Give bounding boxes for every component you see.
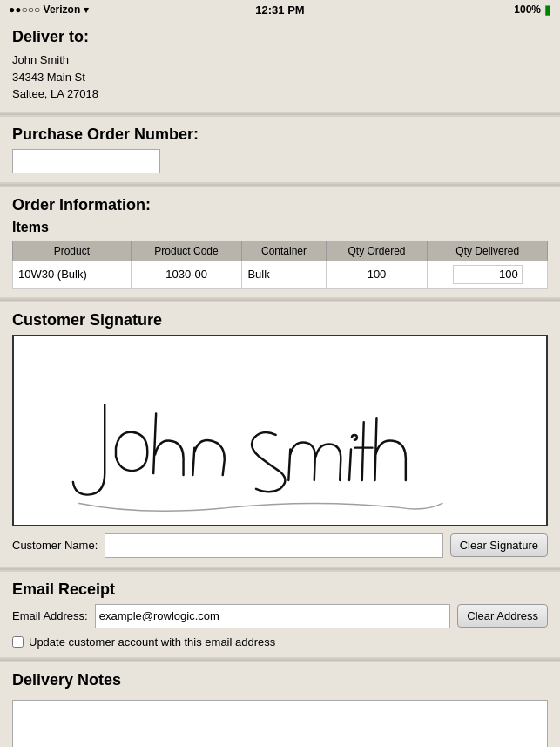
deliver-to-address1: 34343 Main St (12, 69, 548, 86)
wifi-icon: ▾ (84, 4, 89, 16)
col-qty-delivered: Qty Delivered (428, 241, 548, 261)
status-carrier: ●●○○○ Verizon ▾ (9, 3, 89, 16)
customer-signature-title: Customer Signature (12, 311, 548, 329)
status-battery: 100% ▮ (514, 3, 551, 17)
update-account-label: Update customer account with this email … (29, 635, 275, 649)
signature-svg (14, 336, 546, 525)
battery-text: 100% (514, 3, 541, 16)
table-row: 10W30 (Bulk) 1030-00 Bulk 100 (13, 261, 548, 288)
cell-product-code: 1030-00 (131, 261, 242, 288)
qty-delivered-input[interactable] (453, 265, 523, 284)
col-product-code: Product Code (131, 241, 242, 261)
col-container: Container (242, 241, 326, 261)
carrier-text: ●●○○○ Verizon (9, 3, 80, 16)
order-information-title: Order Information: (12, 196, 548, 214)
table-header-row: Product Product Code Container Qty Order… (13, 241, 548, 261)
cell-container: Bulk (242, 261, 326, 288)
deliver-to-section: Deliver to: John Smith 34343 Main St Sal… (0, 19, 560, 112)
purchase-order-section: Purchase Order Number: (0, 117, 560, 182)
email-receipt-section: Email Receipt Email Address: Clear Addre… (0, 572, 560, 657)
items-label: Items (12, 220, 548, 235)
email-row: Email Address: Clear Address (12, 604, 548, 628)
status-bar: ●●○○○ Verizon ▾ 12:31 PM 100% ▮ (0, 0, 560, 19)
update-account-checkbox[interactable] (12, 636, 24, 648)
cell-qty-ordered: 100 (326, 261, 428, 288)
email-label: Email Address: (12, 609, 88, 622)
purchase-order-input[interactable] (12, 149, 160, 173)
col-product: Product (13, 241, 132, 261)
customer-signature-section: Customer Signature (0, 302, 560, 567)
delivery-notes-title: Delivery Notes (12, 671, 548, 689)
clear-address-button[interactable]: Clear Address (457, 604, 548, 628)
deliver-to-title: Deliver to: (12, 28, 548, 46)
customer-name-input[interactable] (105, 533, 442, 558)
col-qty-ordered: Qty Ordered (326, 241, 428, 261)
status-time: 12:31 PM (255, 3, 304, 17)
purchase-order-title: Purchase Order Number: (12, 126, 548, 144)
email-input[interactable] (95, 604, 451, 628)
cell-product: 10W30 (Bulk) (13, 261, 132, 288)
delivery-notes-input[interactable] (12, 700, 548, 748)
deliver-to-address2: Saltee, LA 27018 (12, 85, 548, 103)
items-table: Product Product Code Container Qty Order… (12, 241, 548, 289)
clear-signature-button[interactable]: Clear Signature (450, 533, 548, 557)
order-information-section: Order Information: Items Product Product… (0, 187, 560, 297)
battery-icon: ▮ (544, 3, 551, 17)
delivery-notes-section: Delivery Notes (0, 662, 560, 748)
customer-name-label: Customer Name: (12, 539, 98, 552)
deliver-to-name: John Smith (12, 51, 548, 69)
signature-canvas[interactable] (12, 335, 548, 526)
cell-qty-delivered (428, 261, 548, 288)
email-receipt-title: Email Receipt (12, 581, 548, 599)
update-account-row: Update customer account with this email … (12, 635, 548, 649)
customer-name-row: Customer Name: Clear Signature (12, 533, 548, 558)
